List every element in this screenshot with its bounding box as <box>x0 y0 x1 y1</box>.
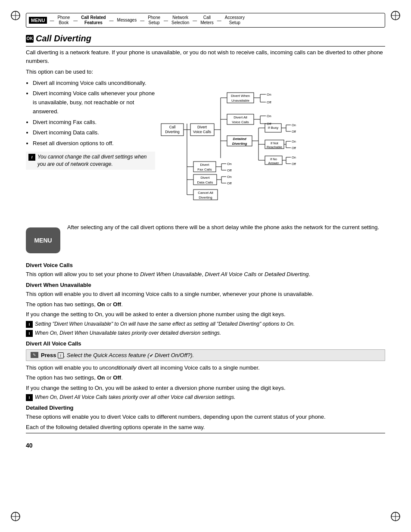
svg-text:On: On <box>267 93 271 96</box>
svg-text:Divert: Divert <box>201 176 210 180</box>
nav-item-callmeters: CallMeters <box>200 15 214 25</box>
corner-mark-bl <box>8 509 23 524</box>
text-dd-para2: Each of the following detailed diverting… <box>26 423 385 432</box>
svg-text:Reachable: Reachable <box>267 145 282 149</box>
note-box-1: I You cannot change the call divert sett… <box>26 152 155 170</box>
text-davc-para1: This option will enable you to unconditi… <box>26 364 385 372</box>
corner-mark-tr <box>388 8 403 23</box>
svg-text:On: On <box>227 175 232 179</box>
note-text-dwu-2: When On, Divert When Unavailable takes p… <box>35 330 221 337</box>
svg-text:Diverting: Diverting <box>232 142 247 146</box>
svg-text:Off: Off <box>292 162 296 166</box>
note-icon-davc-1: I <box>26 394 33 401</box>
svg-text:Unavailable: Unavailable <box>231 99 249 103</box>
section-divert-voice-calls: Divert Voice Calls This option will allo… <box>26 262 385 279</box>
svg-text:If Not: If Not <box>271 141 279 145</box>
svg-text:Off: Off <box>227 181 232 185</box>
svg-text:Divert: Divert <box>200 163 210 167</box>
text-dwu-para2: The option has two settings, On or Off. <box>26 300 385 309</box>
nav-item-phonesetup: PhoneSetup <box>148 15 160 25</box>
svg-text:Divert When: Divert When <box>231 94 250 98</box>
svg-text:On: On <box>227 162 232 166</box>
svg-text:Answer: Answer <box>268 161 279 165</box>
menu-button-section: MENU After selecting any of the call div… <box>26 223 385 258</box>
text-dwu-para1: This option will enable you to divert al… <box>26 290 385 299</box>
page: MENU — PhoneBook — Call RelatedFeatures … <box>0 0 411 532</box>
nav-item-networksel: NetworkSelection <box>171 15 189 25</box>
bottom-divider <box>26 433 385 433</box>
section-detailed-diverting: Detailed Diverting These options will en… <box>26 404 385 431</box>
menu-button-label: MENU <box>34 237 52 244</box>
section-divert-when-unavailable: Divert When Unavailable This option will… <box>26 282 385 337</box>
note-dwu-2: I When On, Divert When Unavailable takes… <box>26 330 385 337</box>
svg-text:Voice Calls: Voice Calls <box>193 130 211 134</box>
heading-detailed-diverting: Detailed Diverting <box>26 404 385 411</box>
nav-bar: MENU — PhoneBook — Call RelatedFeatures … <box>26 13 385 28</box>
nav-item-callrelated: Call RelatedFeatures <box>81 15 106 25</box>
svg-text:On: On <box>292 156 296 159</box>
svg-text:On: On <box>292 123 296 127</box>
nav-arrow-7: — <box>217 18 221 23</box>
checkmark-symbol: ✔ <box>149 353 153 358</box>
diagram-area: Call Diverting Divert Voice Calls Divert… <box>160 81 385 220</box>
pencil-icon: ✎ <box>31 352 38 358</box>
nav-arrow-6: — <box>193 18 197 23</box>
note-icon-1: I <box>28 154 35 161</box>
menu-button-graphic: MENU <box>26 223 60 258</box>
svg-text:Fax Calls: Fax Calls <box>197 168 212 171</box>
text-davc-para2: The option has two settings, On or Off. <box>26 373 385 382</box>
svg-text:Off: Off <box>292 146 296 150</box>
quick-access-box: ✎ Press ↑. Select the Quick Access featu… <box>26 349 385 361</box>
note-text-davc-1: When On, Divert All Voice Calls takes pr… <box>35 394 236 401</box>
note-davc-1: I When On, Divert All Voice Calls takes … <box>26 394 385 401</box>
nav-arrow-5: — <box>164 18 168 23</box>
italic-divert-all-voice-calls: Divert All Voice Calls <box>205 271 257 277</box>
svg-text:On: On <box>292 140 296 143</box>
nav-item-phonebook: PhoneBook <box>57 15 70 25</box>
after-options-text: After selecting any of the call divert o… <box>67 223 385 232</box>
nav-arrow-3: — <box>109 18 114 23</box>
left-column: Divert all incoming Voice calls uncondit… <box>26 79 155 220</box>
bullet-item-3: Divert incoming Fax calls. <box>33 118 155 127</box>
text-dwu-para3: If you change the setting to On, you wil… <box>26 310 385 319</box>
svg-text:Call: Call <box>169 125 176 129</box>
quick-access-text: Press ↑. Select the Quick Access feature… <box>41 352 194 358</box>
svg-text:On: On <box>267 114 271 118</box>
page-title-row: OK Call Diverting <box>26 34 385 44</box>
nav-item-accessorysetup: AccessorySetup <box>225 15 245 25</box>
nav-arrow-2: — <box>73 18 78 23</box>
svg-text:Detailed: Detailed <box>233 137 246 141</box>
after-options-section: After selecting any of the call divert o… <box>67 223 385 236</box>
svg-text:If No: If No <box>270 157 277 161</box>
section-divert-all-voice-calls: Divert All Voice Calls ✎ Press ↑. Select… <box>26 340 385 401</box>
corner-mark-tl <box>8 8 23 23</box>
page-number: 40 <box>26 442 385 449</box>
two-col-layout: Divert all incoming Voice calls uncondit… <box>26 79 385 220</box>
nav-arrow-1: — <box>50 18 54 23</box>
nav-arrow-4: — <box>140 18 144 23</box>
svg-text:✎: ✎ <box>33 353 36 357</box>
up-arrow-symbol: ↑ <box>58 352 64 358</box>
text-divert-voice-calls: This option will allow you to set your p… <box>26 270 385 279</box>
bullet-list: Divert all incoming Voice calls uncondit… <box>33 79 155 149</box>
note-text-dwu-1: Setting "Divert When Unavailable" to On … <box>35 320 295 328</box>
top-divider <box>26 46 385 47</box>
heading-divert-when-unavailable: Divert When Unavailable <box>26 282 385 288</box>
svg-text:Cancel All: Cancel All <box>198 191 213 195</box>
nav-item-messages: Messages <box>117 18 137 23</box>
corner-mark-br <box>388 509 403 524</box>
menu-button: MENU <box>26 227 60 253</box>
note-dwu-1: I Setting "Divert When Unavailable" to O… <box>26 320 385 328</box>
svg-text:Off: Off <box>227 168 232 172</box>
bullet-item-2: Divert incoming Voice calls whenever you… <box>33 89 155 116</box>
svg-text:Diverting: Diverting <box>165 130 180 134</box>
quick-access-icon: ✎ <box>31 352 38 358</box>
note-icon-dwu-1: I <box>26 321 33 328</box>
svg-text:Off: Off <box>267 100 271 104</box>
bullet-item-4: Divert incoming Data calls. <box>33 128 155 137</box>
svg-text:Divert All: Divert All <box>234 115 247 119</box>
bullet-item-5: Reset all diversion options to off. <box>33 139 155 148</box>
intro-para2: This option can be used to: <box>26 68 385 76</box>
svg-text:Data Calls: Data Calls <box>197 180 213 184</box>
svg-text:Diverting: Diverting <box>199 196 212 199</box>
